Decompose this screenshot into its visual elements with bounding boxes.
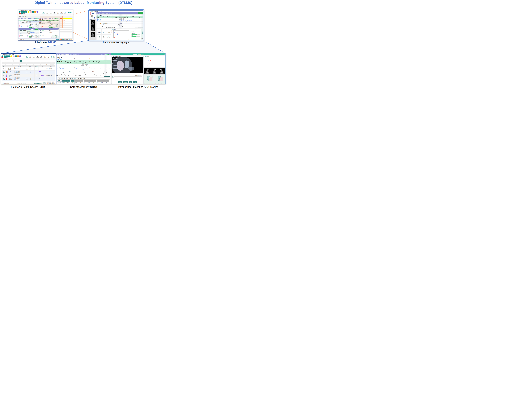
bed-badge[interactable]: 22 xyxy=(1,56,3,57)
pause-icon[interactable]: ‖ xyxy=(72,37,72,38)
bed-badge[interactable]: 产4 xyxy=(17,56,19,57)
tab-trend[interactable]: 趋势图 xyxy=(21,35,23,36)
bed-badge[interactable]: 产2 xyxy=(13,56,15,57)
bed-badge[interactable]: 产5 xyxy=(37,11,38,12)
bed-badge[interactable]: 产3 xyxy=(32,11,34,12)
nav-maternal-monitor[interactable]: ⌂母胎监护 xyxy=(46,12,49,14)
tab-trend[interactable]: 趋势图 xyxy=(114,29,116,30)
brightness-icon[interactable]: ☀ xyxy=(8,83,9,84)
bed-tile[interactable]: 演示01FHR:126 xyxy=(57,80,62,81)
bed-badge[interactable]: 34 xyxy=(21,11,23,12)
bed-tile[interactable]: 演示09FHR:--- xyxy=(92,80,96,84)
bed-badge[interactable]: 产8 xyxy=(6,57,8,58)
queue-list-button[interactable]: 排队列表 xyxy=(56,39,59,40)
grid-icon[interactable]: ▦ xyxy=(2,83,2,84)
pelvis-top-view[interactable]: 胎方位: 右枕后头盆关系（俯视） xyxy=(155,75,165,84)
bed-badge[interactable]: 产7 xyxy=(21,13,23,14)
pin-icon[interactable]: ◈ xyxy=(7,83,8,84)
minimize-button[interactable]: – xyxy=(54,54,54,55)
aop-thumb[interactable]: AOP/胎先露97.17/-2 xyxy=(144,68,151,74)
transfer-bed-button[interactable]: ↻转床 xyxy=(101,29,106,34)
event-item[interactable]: 04-10 10:41 xyxy=(60,31,72,33)
archive-button[interactable]: ▥归档 xyxy=(74,78,76,79)
table-row[interactable]: 产5 传染病(22岁)31+2, G2/P1住院号: HXJ 宫口: 6.47 … xyxy=(2,74,55,77)
close-button[interactable]: X xyxy=(142,11,142,12)
position-thumb[interactable]: 胎方位右枕后 xyxy=(151,68,158,74)
nav-system-settings[interactable]: ✱系统设置 xyxy=(43,56,46,58)
nav-admin[interactable]: ♙管理员 xyxy=(47,56,50,58)
expand-icon[interactable]: + xyxy=(58,24,59,25)
important-event-button[interactable]: ✎重要事件 xyxy=(97,29,101,34)
bed-badge[interactable]: 1449 xyxy=(8,56,10,57)
labour-status-button[interactable]: ✓产程状态 xyxy=(106,29,111,34)
bed-badge[interactable]: 产6 xyxy=(19,13,20,14)
device-icon[interactable]: ▣ xyxy=(54,18,55,19)
close-button[interactable]: X xyxy=(72,10,72,11)
link-device-button[interactable]: 关联母胎设备 xyxy=(53,29,57,30)
nav-system-settings[interactable]: ✱系统设置 xyxy=(60,12,63,14)
event-item[interactable]: 04-10 10:40产4床: 羊水栓塞 xyxy=(60,25,72,28)
table-row[interactable]: 产4镇痛分娩 Ⅲ传染病(22岁)32+6, G2/P1住院号: LXY 宫口:胎… xyxy=(2,70,55,74)
bed-selector[interactable]: 演示02▼ xyxy=(51,18,54,19)
bed-badge[interactable]: 产3 xyxy=(15,56,17,57)
events-scrollbar[interactable] xyxy=(72,20,72,35)
close-button[interactable]: X xyxy=(110,54,110,55)
us-report-button[interactable]: ▤超声报告 xyxy=(101,34,106,40)
table-row[interactable]: 产3 (23岁)32+4, G2/P1住院号: TXX 宫口:胎方位: ROA … xyxy=(2,67,55,70)
next-step-button[interactable]: 下一步 xyxy=(133,81,137,83)
change-bed-button[interactable]: ↻换床 xyxy=(77,78,79,79)
taskbar-icon[interactable] xyxy=(62,39,63,40)
bed-tile[interactable]: 演示11FHR:--- xyxy=(101,80,105,84)
prev-page[interactable]: ‹ xyxy=(43,82,43,82)
nav-admin[interactable]: ♙管理员 xyxy=(64,12,67,14)
mute-icon[interactable]: ⊗ xyxy=(64,39,65,40)
bed-tile[interactable]: 演示04FHR:132 xyxy=(70,80,75,84)
bed-tile[interactable]: 演示07FHR:--- xyxy=(84,80,88,84)
expand-icon[interactable]: + xyxy=(37,24,38,25)
bed-badge[interactable]: 78 xyxy=(6,56,8,57)
close-button[interactable]: X xyxy=(164,54,165,55)
us-3d-scene[interactable] xyxy=(112,57,143,73)
playback-slider[interactable] xyxy=(113,76,142,77)
tab-bed-mgmt[interactable]: 床位管理 xyxy=(28,14,31,16)
bed-badge[interactable]: 1449 xyxy=(25,11,27,12)
bed-badge[interactable]: 产8 xyxy=(23,13,25,14)
bed-badge[interactable]: 34 xyxy=(4,56,6,57)
device-icon[interactable]: ▣ xyxy=(34,29,34,30)
nav-delivery-mgmt[interactable]: ▤分娩管理 xyxy=(42,12,45,14)
event-item[interactable]: 04-10 10:40产2床: 子宫破裂 xyxy=(60,21,72,24)
tab-delivery-board[interactable]: 分娩白板 xyxy=(6,58,9,60)
next-page[interactable]: › xyxy=(47,82,47,82)
report-button[interactable]: ▤报告 xyxy=(69,78,71,79)
fullscreen-icon[interactable]: ⤢ xyxy=(55,61,55,62)
tab-personal-info[interactable]: 个人信息 xyxy=(99,11,102,12)
unbind-button[interactable]: ⊘解绑 xyxy=(83,78,85,79)
collapse-button[interactable]: ◀ xyxy=(57,78,58,79)
nav-archive-mgmt[interactable]: ✎档案管理 xyxy=(49,12,52,14)
bed-badge[interactable]: 产1 xyxy=(10,56,12,57)
tab-group3[interactable]: 第3组 xyxy=(25,16,26,17)
modify-button[interactable]: ✎修改 xyxy=(61,78,63,79)
fetal-sound-button[interactable]: ∿胎心音 xyxy=(80,78,82,79)
device-icon[interactable]: ▣ xyxy=(104,54,105,55)
prev-step-button[interactable]: 上一步 xyxy=(118,81,122,83)
tab-delivery-board[interactable]: 分娩白板 xyxy=(23,14,26,16)
bed-tile[interactable]: 演示10FHR:--- xyxy=(97,80,101,84)
restart-button[interactable]: 重新开始 xyxy=(123,81,128,83)
bed-tile[interactable]: 演示12FHR:--- xyxy=(105,80,109,84)
tab-trend[interactable]: 趋势图 xyxy=(147,56,149,57)
stop-button[interactable]: 停止 xyxy=(57,29,59,30)
ward-select[interactable]: 分娩监护▼ xyxy=(4,60,11,62)
taskbar-icon[interactable] xyxy=(63,39,64,40)
search-button[interactable]: 搜索 xyxy=(20,60,22,62)
event-button[interactable]: ✎事件 xyxy=(71,78,73,79)
bed-badge[interactable]: 产2 xyxy=(30,11,32,12)
tab-delivery-monitor[interactable]: 分娩监护 xyxy=(19,14,22,16)
nav-report-stats[interactable]: ▦报表统计 xyxy=(40,56,43,58)
page-size-select[interactable]: 10条/页 ▼ xyxy=(47,81,51,83)
jump-page-input[interactable] xyxy=(52,81,54,83)
event-item[interactable]: 04-10 10:40产1床: 肩难产 xyxy=(60,19,72,21)
nav-maternal-monitor[interactable]: ⌂母胎监护 xyxy=(29,56,32,58)
alarm-on-button[interactable]: 警报音打开 xyxy=(38,83,42,84)
nav-case-mgmt[interactable]: ♟病案管理 xyxy=(36,56,39,58)
